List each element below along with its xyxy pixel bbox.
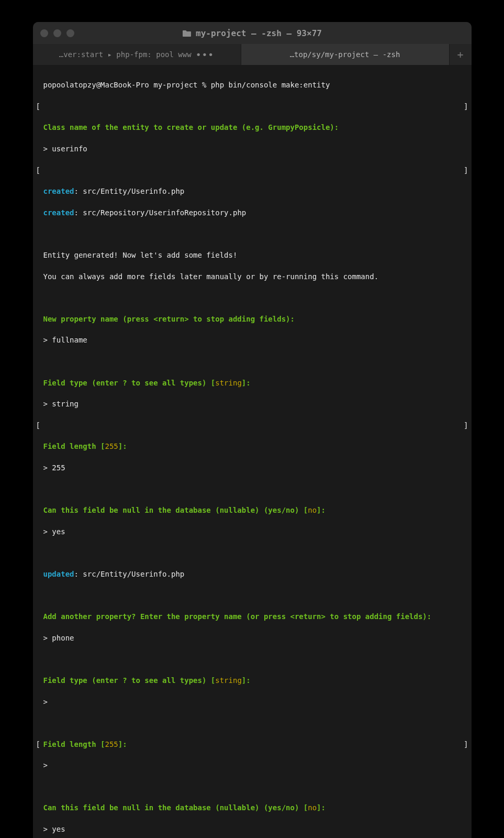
minimize-icon[interactable] — [53, 29, 61, 37]
tab-label: …ver:start ▸ php-fpm: pool www — [59, 50, 192, 59]
default-255: 255 — [105, 442, 118, 450]
answer-empty: > — [43, 698, 48, 706]
updated-file: : src/Entity/Userinfo.php — [74, 570, 185, 578]
created-file-2: : src/Repository/UserinfoRepository.php — [74, 208, 247, 217]
question-fieldlen: Field length [ — [43, 442, 105, 450]
titlebar[interactable]: my-project — -zsh — 93×77 — [33, 22, 472, 44]
answer-class: > userinfo — [43, 145, 87, 153]
answer-fullname: > fullname — [43, 336, 87, 344]
info-more-fields: You can always add more fields later man… — [43, 272, 379, 281]
default-no: no — [308, 506, 317, 514]
folder-icon — [182, 29, 192, 37]
tab-overflow-icon: ••• — [196, 49, 215, 60]
created-file-1: : src/Entity/Userinfo.php — [74, 187, 185, 195]
close-icon[interactable] — [40, 29, 48, 37]
new-tab-button[interactable]: + — [450, 44, 472, 65]
tab-1[interactable]: …ver:start ▸ php-fpm: pool www ••• — [33, 44, 241, 65]
answer-phone: > phone — [43, 634, 74, 642]
updated-label: updated — [43, 570, 74, 578]
default-string: string — [215, 379, 242, 387]
created-label: created — [43, 208, 74, 217]
question-addprop: Add another property? Enter the property… — [43, 612, 432, 621]
question-nullable: Can this field be null in the database (… — [43, 506, 308, 514]
window-title-text: my-project — -zsh — 93×77 — [196, 28, 322, 38]
question-newprop: New property name (press <return> to sto… — [43, 315, 295, 323]
created-label: created — [43, 187, 74, 195]
traffic-lights — [40, 29, 74, 37]
tab-2[interactable]: …top/sy/my-project — -zsh — [241, 44, 450, 65]
tab-bar: …ver:start ▸ php-fpm: pool www ••• …top/… — [33, 44, 472, 65]
answer-string: > string — [43, 400, 79, 408]
plus-icon: + — [457, 48, 463, 61]
window-title: my-project — -zsh — 93×77 — [33, 28, 472, 38]
shell-command: php bin/console make:entity — [211, 81, 330, 89]
answer-255: > 255 — [43, 464, 65, 472]
question-class: Class name of the entity to create or up… — [43, 123, 339, 131]
info-generated: Entity generated! Now let's add some fie… — [43, 251, 238, 259]
question-fieldtype: Field type (enter ? to see all types) [ — [43, 379, 216, 387]
answer-yes: > yes — [43, 527, 65, 536]
zoom-icon[interactable] — [66, 29, 74, 37]
tab-label: …top/sy/my-project — -zsh — [290, 50, 400, 59]
shell-prompt: popoolatopzy@MacBook-Pro my-project % — [43, 81, 211, 89]
terminal-body[interactable]: popoolatopzy@MacBook-Pro my-project % ph… — [33, 65, 472, 838]
terminal-window: my-project — -zsh — 93×77 …ver:start ▸ p… — [33, 22, 472, 838]
